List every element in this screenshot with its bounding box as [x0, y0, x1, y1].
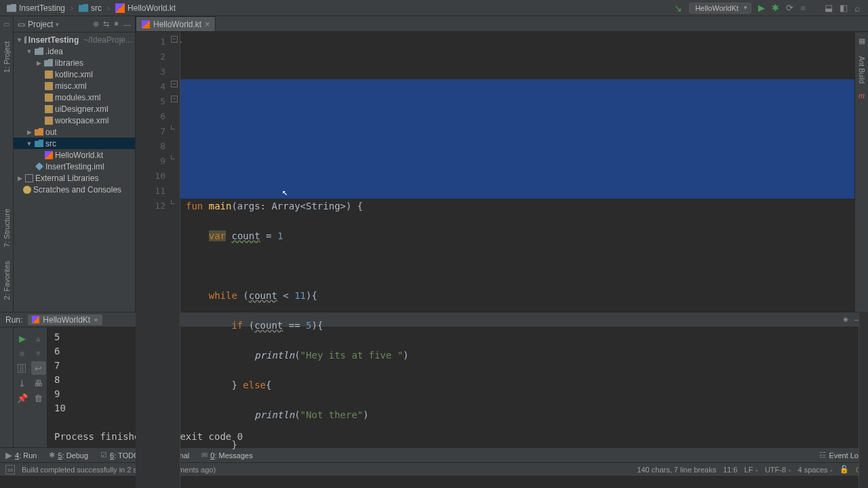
- stop-icon[interactable]: ■: [15, 346, 30, 360]
- folder-icon: [7, 4, 16, 12]
- breadcrumb-project[interactable]: InsertTesting: [4, 2, 68, 14]
- project-panel: ▭ Project ▾ ⊕ ⇆ ✷ — ▼ InsertTesting ~/Id…: [14, 16, 136, 312]
- close-icon[interactable]: ×: [94, 316, 98, 324]
- run-toolbar: ▶ ▲ ■ ▼ ⿲ ↩ ⤓ 🖶 📌 🗑: [14, 327, 47, 447]
- softwrap-icon[interactable]: ↩: [31, 361, 46, 375]
- run-configuration-dropdown[interactable]: HelloWorldKt: [689, 3, 751, 14]
- tree-out[interactable]: ▶ out: [14, 126, 135, 138]
- tree-iml[interactable]: InsertTesting.iml: [14, 161, 135, 172]
- debug-tool-tab[interactable]: ✱ 5: Debug: [49, 451, 88, 460]
- tree-scratches[interactable]: Scratches and Consoles: [14, 184, 135, 195]
- kotlin-file-icon: [142, 20, 150, 28]
- tree-libraries[interactable]: ▶ libraries: [14, 57, 135, 68]
- project-tool-button[interactable]: ▭: [3, 20, 9, 28]
- chevron-right-icon: ›: [71, 3, 73, 13]
- stop-icon[interactable]: ■: [800, 3, 806, 13]
- project-tool-label[interactable]: 1: Project: [3, 41, 11, 73]
- tree-helloworld[interactable]: HelloWorld.kt: [14, 149, 135, 161]
- trash-icon[interactable]: 🗑: [31, 391, 46, 405]
- breadcrumb-src[interactable]: src: [76, 2, 104, 14]
- collapse-icon[interactable]: ⇆: [103, 20, 109, 28]
- kotlin-file-icon: [32, 316, 39, 323]
- scroll-icon[interactable]: ⤓: [15, 376, 30, 390]
- project-tree: ▼ InsertTesting ~/IdeaProje... ▼ .idea ▶…: [14, 33, 135, 312]
- run-button[interactable]: ▶: [758, 3, 765, 13]
- fold-end: [171, 125, 175, 129]
- editor-tab-helloworld[interactable]: HelloWorld.kt ×: [136, 16, 216, 31]
- tree-src[interactable]: ▼ src: [14, 138, 135, 149]
- fold-marker[interactable]: −: [171, 36, 178, 43]
- editor-tab-bar: HelloWorld.kt ×: [136, 16, 868, 32]
- structure-tool-label[interactable]: 7: Structure: [3, 209, 11, 247]
- print-icon[interactable]: 🖶: [31, 376, 46, 390]
- project-icon: ▭: [18, 20, 25, 29]
- left-tool-gutter: ▭ 1: Project 7: Structure 2: Favorites: [0, 16, 14, 312]
- tree-file[interactable]: uiDesigner.xml: [14, 103, 135, 115]
- fold-marker[interactable]: −: [171, 81, 178, 87]
- tree-root[interactable]: ▼ InsertTesting ~/IdeaProje...: [14, 34, 135, 45]
- fold-end: [171, 155, 175, 159]
- search-icon[interactable]: ⌕: [854, 3, 860, 14]
- up-icon[interactable]: ▲: [31, 331, 46, 345]
- close-tab-icon[interactable]: ×: [205, 20, 210, 29]
- project-panel-title[interactable]: ▭ Project ▾: [18, 20, 89, 29]
- layout-icon[interactable]: ⿲: [15, 361, 30, 375]
- fold-marker[interactable]: −: [171, 96, 178, 102]
- ant-build-label[interactable]: Ant Build: [858, 56, 865, 83]
- fold-column: − − −: [170, 32, 180, 488]
- tree-file[interactable]: misc.xml: [14, 80, 135, 92]
- breadcrumb-file[interactable]: HelloWorld.kt: [113, 2, 178, 14]
- code-editor[interactable]: fun main(args: Array<String>) { var coun…: [180, 32, 859, 488]
- kotlin-file-icon: [115, 3, 125, 13]
- editor-area: HelloWorld.kt × ▶ 1 2 3 4 5 6 7 8 9 10 1…: [136, 16, 868, 312]
- run-tool-tab[interactable]: ▶ 4: Run: [5, 450, 37, 460]
- folder-icon: [79, 4, 88, 12]
- down-icon[interactable]: ▼: [31, 346, 46, 360]
- run-panel-title: Run:: [5, 315, 22, 325]
- editor-line-gutter: ▶ 1 2 3 4 5 6 7 8 9 10 11 12: [136, 32, 170, 488]
- pin-icon[interactable]: 📌: [15, 391, 30, 405]
- coverage-icon[interactable]: ⟳: [786, 3, 793, 13]
- ant-icon[interactable]: ▦: [859, 37, 865, 45]
- tree-file[interactable]: modules.xml: [14, 92, 135, 103]
- run-left-gutter: [0, 327, 14, 447]
- debug-button[interactable]: ✱: [772, 3, 779, 13]
- run-tab[interactable]: HelloWorldKt ×: [28, 314, 102, 325]
- tree-idea[interactable]: ▼ .idea: [14, 45, 135, 57]
- chevron-right-icon: ›: [107, 3, 110, 13]
- todo-tool-tab[interactable]: ☑ 6: TODO: [100, 451, 140, 460]
- breadcrumb: InsertTesting › src › HelloWorld.kt: [4, 2, 674, 14]
- tree-file[interactable]: kotlinc.xml: [14, 68, 135, 80]
- hide-icon[interactable]: —: [123, 20, 131, 28]
- update-icon[interactable]: ⬓: [825, 3, 833, 13]
- rerun-icon[interactable]: ▶: [15, 331, 30, 345]
- tree-file[interactable]: workspace.xml: [14, 115, 135, 126]
- fold-end: [171, 200, 175, 204]
- settings-icon[interactable]: ✷: [113, 20, 119, 28]
- build-icon[interactable]: ↘: [674, 3, 682, 14]
- locate-icon[interactable]: ⊕: [93, 20, 99, 28]
- settings-icon[interactable]: ◧: [840, 3, 848, 13]
- tree-external-libraries[interactable]: ▶ External Libraries: [14, 172, 135, 184]
- status-box-icon[interactable]: ▭: [5, 465, 15, 474]
- favorites-tool-label[interactable]: 2: Favorites: [3, 261, 11, 300]
- maven-icon[interactable]: m: [859, 90, 865, 101]
